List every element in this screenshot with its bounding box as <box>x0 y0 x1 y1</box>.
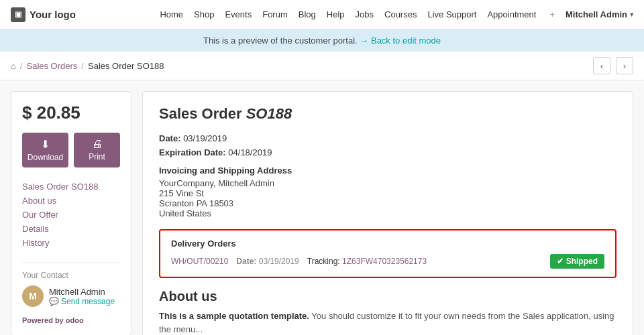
tracking-number-link[interactable]: 1Z63FW470323562173 <box>342 257 427 266</box>
nav-forum[interactable]: Forum <box>262 9 288 19</box>
send-message-link[interactable]: 💬 Send message <box>49 297 115 306</box>
avatar: M <box>22 285 44 307</box>
nav-appointment[interactable]: Appointment <box>487 9 536 19</box>
shipped-label: Shipped <box>566 257 598 266</box>
main-content: Sales Order SO188 Date: 03/19/2019 Expir… <box>142 91 633 335</box>
nav-live-support[interactable]: Live Support <box>427 9 476 19</box>
breadcrumb: ⌂ / Sales Orders / Sales Order SO188 ‹ › <box>0 52 644 80</box>
contact-label: Your Contact <box>22 271 120 280</box>
sidebar: $ 20.85 ⬇ Download 🖨 Print Sales Order S… <box>11 91 131 335</box>
breadcrumb-sep1: / <box>20 61 23 71</box>
delivery-row: WH/OUT/00210 Date: 03/19/2019 Tracking: … <box>171 254 604 269</box>
tracking-info: Tracking: 1Z63FW470323562173 <box>307 257 427 266</box>
delivery-orders-box: Delivery Orders WH/OUT/00210 Date: 03/19… <box>159 229 616 278</box>
breadcrumb-navigation: ‹ › <box>593 57 633 74</box>
top-navigation: ▣ Your logo Home Shop Events Forum Blog … <box>0 0 644 29</box>
message-icon: 💬 <box>49 297 59 306</box>
breadcrumb-sep2: / <box>81 61 84 71</box>
print-label: Print <box>89 152 105 161</box>
contact-details: Mitchell Admin 💬 Send message <box>49 287 115 306</box>
banner-text: This is a preview of the customer portal… <box>203 36 358 46</box>
address-title: Invoicing and Shipping Address <box>159 165 616 176</box>
sidebar-amount: $ 20.85 <box>22 103 120 123</box>
breadcrumb-prev-button[interactable]: ‹ <box>593 57 610 74</box>
shipped-checkmark-icon: ✔ <box>557 257 564 266</box>
breadcrumb-home-link[interactable]: ⌂ <box>11 61 16 71</box>
banner-arrow-icon: → <box>360 36 368 46</box>
expiry-label: Expiration Date: <box>159 147 226 157</box>
address-line-2: 215 Vine St <box>159 188 616 198</box>
preview-banner: This is a preview of the customer portal… <box>0 29 644 52</box>
delivery-date-value: 03/19/2019 <box>259 257 299 266</box>
delivery-date-label: Date: 03/19/2019 <box>236 257 299 266</box>
logo-icon: ▣ <box>11 7 25 22</box>
contact-name: Mitchell Admin <box>49 287 115 297</box>
breadcrumb-current: Sales Order SO188 <box>88 61 164 71</box>
download-label: Download <box>28 153 63 162</box>
expiry-value: 04/18/2019 <box>228 147 272 157</box>
nav-links: Home Shop Events Forum Blog Help Jobs Co… <box>160 9 555 19</box>
sidebar-nav-item[interactable]: About us <box>22 194 120 208</box>
nav-home[interactable]: Home <box>160 9 183 19</box>
tracking-label: Tracking: <box>307 257 340 266</box>
sales-order-title: Sales Order SO188 <box>159 105 616 123</box>
main-layout: $ 20.85 ⬇ Download 🖨 Print Sales Order S… <box>0 80 644 335</box>
sidebar-buttons: ⬇ Download 🖨 Print <box>22 133 120 168</box>
delivery-date-field-label: Date: <box>236 257 256 266</box>
nav-shop[interactable]: Shop <box>194 9 214 19</box>
odoo-brand: odoo <box>66 316 84 324</box>
nav-courses[interactable]: Courses <box>384 9 417 19</box>
about-text-strong: This is a sample quotation template. <box>159 311 309 321</box>
nav-blog[interactable]: Blog <box>299 9 316 19</box>
sidebar-nav-offer[interactable]: Our Offer <box>22 210 58 220</box>
so-expiry-field: Expiration Date: 04/18/2019 <box>159 147 616 157</box>
nav-plus-icon[interactable]: + <box>549 9 555 19</box>
address-section: Invoicing and Shipping Address YourCompa… <box>159 165 616 218</box>
nav-username: Mitchell Admin <box>566 9 627 19</box>
nav-events[interactable]: Events <box>225 9 252 19</box>
sidebar-nav-item[interactable]: Our Offer <box>22 208 120 222</box>
print-button[interactable]: 🖨 Print <box>74 133 120 168</box>
contact-section: Your Contact M Mitchell Admin 💬 Send mes… <box>22 262 120 307</box>
nav-user[interactable]: Mitchell Admin ▾ <box>566 9 633 19</box>
shipped-badge: ✔ Shipped <box>550 254 604 269</box>
nav-jobs[interactable]: Jobs <box>356 9 374 19</box>
so-number: SO188 <box>246 105 292 122</box>
sidebar-nav-history[interactable]: History <box>22 238 49 248</box>
download-button[interactable]: ⬇ Download <box>22 133 68 168</box>
download-icon: ⬇ <box>41 138 50 151</box>
nav-help[interactable]: Help <box>327 9 345 19</box>
delivery-title: Delivery Orders <box>171 239 604 249</box>
sidebar-nav-about[interactable]: About us <box>22 196 56 206</box>
logo: ▣ Your logo <box>11 7 76 22</box>
sidebar-nav-item[interactable]: History <box>22 236 120 250</box>
nav-caret-icon: ▾ <box>630 11 633 18</box>
address-line-3: Scranton PA 18503 <box>159 198 616 208</box>
powered-by: Powered by odoo <box>22 316 120 324</box>
sidebar-nav: Sales Order SO188 About us Our Offer Det… <box>22 180 120 250</box>
date-value: 03/19/2019 <box>183 133 227 143</box>
about-text: This is a sample quotation template. You… <box>159 310 616 335</box>
contact-info: M Mitchell Admin 💬 Send message <box>22 285 120 307</box>
date-label: Date: <box>159 133 181 143</box>
powered-text: Powered by <box>22 316 64 324</box>
about-title: About us <box>159 289 616 304</box>
send-message-label: Send message <box>61 297 115 306</box>
sidebar-nav-item[interactable]: Details <box>22 222 120 236</box>
back-to-edit-link[interactable]: Back to edit mode <box>371 36 441 46</box>
sidebar-nav-so188[interactable]: Sales Order SO188 <box>22 182 98 192</box>
delivery-order-link[interactable]: WH/OUT/00210 <box>171 257 228 266</box>
print-icon: 🖨 <box>92 138 103 150</box>
logo-text: Your logo <box>30 9 76 20</box>
address-line-4: United States <box>159 208 616 218</box>
sidebar-nav-details[interactable]: Details <box>22 224 49 234</box>
breadcrumb-next-button[interactable]: › <box>616 57 633 74</box>
powered-brand: odoo <box>66 316 84 324</box>
so-date-field: Date: 03/19/2019 <box>159 133 616 143</box>
contact-message: 💬 Send message <box>49 297 115 306</box>
address-line-1: YourCompany, Mitchell Admin <box>159 178 616 188</box>
sidebar-nav-item[interactable]: Sales Order SO188 <box>22 180 120 194</box>
breadcrumb-sales-orders-link[interactable]: Sales Orders <box>26 61 77 71</box>
so-title-prefix: Sales Order <box>159 105 246 122</box>
